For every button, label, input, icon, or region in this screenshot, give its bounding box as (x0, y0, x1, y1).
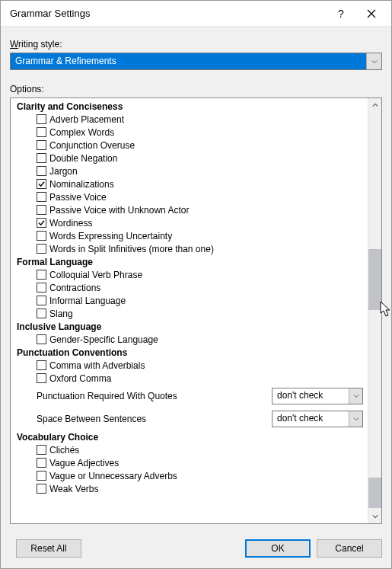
checkbox[interactable] (37, 283, 46, 292)
group-header: Punctuation Conventions (12, 346, 368, 359)
checkbox-row[interactable]: Gender-Specific Language (12, 333, 368, 346)
options-panel: Clarity and ConcisenessAdverb PlacementC… (10, 97, 382, 524)
checkbox[interactable] (37, 445, 46, 455)
group-header: Inclusive Language (12, 320, 368, 333)
scroll-up-button[interactable] (368, 98, 381, 112)
cancel-button[interactable]: Cancel (317, 539, 382, 558)
writing-style-select[interactable]: Grammar & Refinements (10, 53, 382, 70)
checkbox-row[interactable]: Words Expressing Uncertainty (12, 229, 368, 242)
dropdown-row: Space Between Sentencesdon't check (12, 408, 368, 430)
checkbox-row[interactable]: Nominalizations (12, 177, 368, 190)
checkbox-label: Double Negation (49, 153, 117, 164)
checkbox-row[interactable]: Wordiness (12, 216, 368, 229)
writing-style-value: Grammar & Refinements (11, 53, 366, 69)
checkbox[interactable] (37, 179, 46, 189)
dropdown-select[interactable]: don't check (272, 411, 363, 427)
checkbox[interactable] (37, 484, 46, 494)
checkbox-row[interactable]: Contractions (12, 281, 368, 294)
checkbox-label: Words in Split Infinitives (more than on… (49, 244, 214, 254)
checkbox[interactable] (37, 308, 46, 318)
checkbox-row[interactable]: Complex Words (12, 126, 368, 139)
checkbox-label: Complex Words (49, 127, 114, 138)
checkbox-label: Passive Voice (49, 192, 107, 203)
checkbox-row[interactable]: Vague Adjectives (12, 456, 368, 469)
scroll-down-button[interactable] (368, 510, 381, 523)
checkbox-row[interactable]: Jargon (12, 165, 368, 177)
checkbox[interactable] (37, 114, 46, 124)
checkbox-row[interactable]: Clichés (12, 443, 368, 456)
titlebar: Grammar Settings ? (1, 1, 391, 27)
dialog-footer: Reset All OK Cancel (1, 530, 391, 568)
checkbox[interactable] (37, 205, 46, 215)
checkbox[interactable] (37, 296, 46, 305)
checkbox[interactable] (37, 166, 46, 176)
checkbox[interactable] (37, 218, 46, 228)
checkbox[interactable] (37, 360, 46, 370)
checkbox[interactable] (37, 458, 46, 468)
chevron-down-icon (371, 59, 378, 65)
checkbox-label: Weak Verbs (49, 484, 98, 494)
checkbox[interactable] (37, 153, 46, 163)
dropdown-select[interactable]: don't check (272, 388, 363, 404)
reset-all-button[interactable]: Reset All (16, 539, 81, 558)
checkbox-label: Wordiness (49, 218, 92, 229)
checkbox-label: Vague Adjectives (49, 458, 119, 468)
writing-style-dropdown-button[interactable] (366, 53, 381, 69)
checkbox-label: Colloquial Verb Phrase (49, 270, 142, 280)
checkbox-row[interactable]: Adverb Placement (12, 113, 368, 126)
checkbox-label: Informal Language (49, 296, 126, 306)
checkbox-label: Words Expressing Uncertainty (49, 231, 172, 241)
group-header: Vocabulary Choice (12, 430, 368, 443)
checkbox[interactable] (37, 373, 46, 383)
checkbox[interactable] (37, 244, 46, 254)
checkbox-label: Contractions (49, 283, 100, 293)
checkbox[interactable] (37, 127, 46, 137)
checkbox-label: Slang (49, 308, 73, 319)
checkbox-label: Adverb Placement (49, 114, 124, 125)
dialog-title: Grammar Settings (10, 8, 326, 19)
checkbox-row[interactable]: Oxford Comma (12, 372, 368, 385)
checkbox-row[interactable]: Words in Split Infinitives (more than on… (12, 242, 368, 255)
scroll-thumb[interactable] (368, 478, 381, 508)
checkbox-row[interactable]: Slang (12, 307, 368, 320)
checkbox-row[interactable]: Weak Verbs (12, 482, 368, 495)
checkbox-row[interactable]: Passive Voice with Unknown Actor (12, 203, 368, 216)
help-button[interactable]: ? (326, 2, 356, 25)
close-button[interactable] (356, 2, 387, 25)
checkbox-row[interactable]: Passive Voice (12, 190, 368, 203)
checkbox[interactable] (37, 140, 46, 150)
group-header: Clarity and Conciseness (12, 100, 368, 113)
checkbox-row[interactable]: Vague or Unnecessary Adverbs (12, 469, 368, 482)
checkbox[interactable] (37, 270, 46, 280)
scroll-thumb[interactable] (368, 249, 381, 310)
dropdown-label: Space Between Sentences (37, 414, 264, 424)
checkbox-row[interactable]: Comma with Adverbials (12, 359, 368, 372)
checkbox[interactable] (37, 231, 46, 241)
dropdown-value: don't check (272, 388, 349, 404)
checkbox-label: Comma with Adverbials (49, 360, 145, 371)
dropdown-row: Punctuation Required With Quotesdon't ch… (12, 385, 368, 408)
scrollbar[interactable] (368, 98, 381, 523)
checkbox-row[interactable]: Colloquial Verb Phrase (12, 268, 368, 281)
checkbox-row[interactable]: Conjunction Overuse (12, 139, 368, 152)
options-label: Options: (10, 84, 382, 94)
close-icon (367, 9, 376, 18)
checkbox-row[interactable]: Informal Language (12, 294, 368, 307)
checkbox-label: Gender-Specific Language (49, 334, 158, 345)
checkbox[interactable] (37, 334, 46, 344)
ok-button[interactable]: OK (245, 539, 311, 558)
checkbox-row[interactable]: Double Negation (12, 152, 368, 165)
checkbox[interactable] (37, 192, 46, 202)
chevron-down-icon (372, 513, 378, 519)
checkbox-label: Jargon (49, 166, 78, 177)
chevron-up-icon (372, 102, 378, 108)
checkbox-label: Vague or Unnecessary Adverbs (49, 471, 177, 481)
dropdown-button[interactable] (349, 411, 362, 427)
dropdown-button[interactable] (349, 388, 362, 404)
dropdown-value: don't check (272, 411, 349, 427)
writing-style-label: Writing style: (10, 39, 382, 50)
group-header: Formal Language (12, 255, 368, 268)
scroll-track[interactable] (368, 112, 381, 510)
checkbox[interactable] (37, 471, 46, 481)
checkbox-label: Oxford Comma (49, 373, 111, 384)
